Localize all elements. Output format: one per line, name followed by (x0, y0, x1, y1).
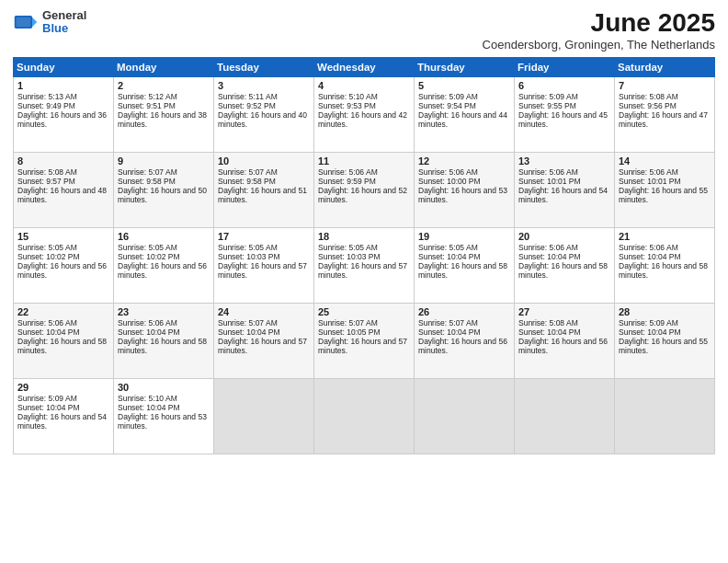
calendar-cell: 1Sunrise: 5:13 AMSunset: 9:49 PMDaylight… (14, 76, 114, 152)
sunrise-text: Sunrise: 5:05 AM (418, 243, 478, 252)
day-number: 18 (318, 231, 410, 242)
sunrise-text: Sunrise: 5:06 AM (118, 318, 177, 327)
daylight-text: Daylight: 16 hours and 58 minutes. (17, 337, 107, 355)
title-block: June 2025 Coendersborg, Groningen, The N… (483, 9, 715, 52)
daylight-text: Daylight: 16 hours and 38 minutes. (118, 110, 207, 129)
sunrise-text: Sunrise: 5:06 AM (518, 167, 578, 177)
sunset-text: Sunset: 10:04 PM (619, 252, 681, 261)
daylight-text: Daylight: 16 hours and 56 minutes. (518, 337, 608, 355)
sunset-text: Sunset: 10:05 PM (318, 327, 381, 337)
weekday-header-thursday: Thursday (415, 57, 515, 76)
day-number: 28 (619, 306, 711, 317)
calendar-cell: 28Sunrise: 5:09 AMSunset: 10:04 PMDaylig… (615, 303, 715, 378)
sunset-text: Sunset: 9:52 PM (218, 101, 276, 110)
sunrise-text: Sunrise: 5:13 AM (17, 92, 77, 101)
daylight-text: Daylight: 16 hours and 56 minutes. (118, 261, 207, 280)
day-number: 3 (218, 80, 310, 91)
sunrise-text: Sunrise: 5:10 AM (318, 92, 378, 101)
weekday-header-saturday: Saturday (615, 57, 715, 76)
daylight-text: Daylight: 16 hours and 54 minutes. (17, 412, 107, 431)
daylight-text: Daylight: 16 hours and 58 minutes. (518, 261, 608, 280)
calendar-cell (214, 378, 314, 454)
daylight-text: Daylight: 16 hours and 57 minutes. (318, 337, 407, 355)
logo-blue: Blue (42, 22, 86, 35)
sunrise-text: Sunrise: 5:10 AM (118, 394, 177, 403)
daylight-text: Daylight: 16 hours and 54 minutes. (518, 186, 608, 204)
day-number: 7 (619, 80, 711, 91)
day-number: 10 (218, 155, 310, 167)
calendar-cell: 22Sunrise: 5:06 AMSunset: 10:04 PMDaylig… (14, 303, 114, 378)
daylight-text: Daylight: 16 hours and 47 minutes. (619, 110, 708, 129)
day-number: 30 (118, 382, 210, 393)
sunset-text: Sunset: 9:59 PM (318, 177, 376, 186)
day-number: 4 (318, 80, 410, 91)
day-number: 19 (418, 231, 510, 242)
daylight-text: Daylight: 16 hours and 58 minutes. (619, 261, 708, 280)
weekday-header-monday: Monday (114, 57, 214, 76)
calendar-cell: 21Sunrise: 5:06 AMSunset: 10:04 PMDaylig… (615, 227, 715, 303)
sunrise-text: Sunrise: 5:06 AM (619, 243, 678, 252)
daylight-text: Daylight: 16 hours and 50 minutes. (118, 186, 207, 204)
calendar-cell: 3Sunrise: 5:11 AMSunset: 9:52 PMDaylight… (214, 76, 314, 152)
logo: General Blue (13, 9, 86, 36)
sunrise-text: Sunrise: 5:05 AM (17, 243, 77, 252)
sunrise-text: Sunrise: 5:08 AM (17, 167, 77, 177)
daylight-text: Daylight: 16 hours and 58 minutes. (418, 261, 507, 280)
daylight-text: Daylight: 16 hours and 53 minutes. (118, 412, 207, 431)
day-number: 27 (518, 306, 610, 317)
sunrise-text: Sunrise: 5:05 AM (318, 243, 378, 252)
sunrise-text: Sunrise: 5:07 AM (218, 318, 278, 327)
sunrise-text: Sunrise: 5:05 AM (218, 243, 278, 252)
sunrise-text: Sunrise: 5:08 AM (619, 92, 678, 101)
svg-rect-2 (17, 17, 31, 28)
calendar-cell (515, 378, 615, 454)
calendar-body: 1Sunrise: 5:13 AMSunset: 9:49 PMDaylight… (14, 76, 715, 454)
sunset-text: Sunset: 9:51 PM (118, 101, 176, 110)
calendar-cell: 27Sunrise: 5:08 AMSunset: 10:04 PMDaylig… (515, 303, 615, 378)
sunset-text: Sunset: 10:04 PM (518, 252, 581, 261)
day-number: 15 (17, 231, 109, 242)
calendar-cell: 10Sunrise: 5:07 AMSunset: 9:58 PMDayligh… (214, 152, 314, 227)
calendar-cell: 30Sunrise: 5:10 AMSunset: 10:04 PMDaylig… (114, 378, 214, 454)
sunset-text: Sunset: 9:54 PM (418, 101, 476, 110)
calendar-cell: 25Sunrise: 5:07 AMSunset: 10:05 PMDaylig… (314, 303, 415, 378)
logo-text: General Blue (42, 9, 86, 36)
day-number: 20 (518, 231, 610, 242)
day-number: 25 (318, 306, 410, 317)
day-number: 11 (318, 155, 410, 167)
weekday-header-sunday: Sunday (14, 57, 114, 76)
day-number: 2 (118, 80, 210, 91)
sunset-text: Sunset: 10:04 PM (17, 327, 80, 337)
day-number: 9 (118, 155, 210, 167)
day-number: 21 (619, 231, 711, 242)
day-number: 13 (518, 155, 610, 167)
sunrise-text: Sunrise: 5:07 AM (218, 167, 278, 177)
weekday-header-row: SundayMondayTuesdayWednesdayThursdayFrid… (14, 57, 715, 76)
svg-marker-1 (32, 17, 37, 28)
calendar-cell: 11Sunrise: 5:06 AMSunset: 9:59 PMDayligh… (314, 152, 415, 227)
weekday-header-friday: Friday (515, 57, 615, 76)
sunset-text: Sunset: 10:04 PM (418, 252, 481, 261)
sunrise-text: Sunrise: 5:06 AM (619, 167, 678, 177)
sunset-text: Sunset: 9:58 PM (118, 177, 176, 186)
calendar-cell: 6Sunrise: 5:09 AMSunset: 9:55 PMDaylight… (515, 76, 615, 152)
calendar-cell: 20Sunrise: 5:06 AMSunset: 10:04 PMDaylig… (515, 227, 615, 303)
sunrise-text: Sunrise: 5:11 AM (218, 92, 278, 101)
weekday-header-tuesday: Tuesday (214, 57, 314, 76)
daylight-text: Daylight: 16 hours and 44 minutes. (418, 110, 507, 129)
sunset-text: Sunset: 10:02 PM (118, 252, 180, 261)
calendar-cell: 9Sunrise: 5:07 AMSunset: 9:58 PMDaylight… (114, 152, 214, 227)
daylight-text: Daylight: 16 hours and 40 minutes. (218, 110, 307, 129)
day-number: 14 (619, 155, 711, 167)
daylight-text: Daylight: 16 hours and 45 minutes. (518, 110, 608, 129)
sunrise-text: Sunrise: 5:09 AM (518, 92, 578, 101)
day-number: 1 (17, 80, 109, 91)
sunrise-text: Sunrise: 5:06 AM (518, 243, 578, 252)
sunset-text: Sunset: 10:04 PM (619, 327, 681, 337)
sunrise-text: Sunrise: 5:07 AM (318, 318, 378, 327)
sunset-text: Sunset: 9:55 PM (518, 101, 576, 110)
daylight-text: Daylight: 16 hours and 36 minutes. (17, 110, 107, 129)
sunset-text: Sunset: 10:04 PM (418, 327, 481, 337)
calendar-header: SundayMondayTuesdayWednesdayThursdayFrid… (14, 57, 715, 76)
day-number: 17 (218, 231, 310, 242)
